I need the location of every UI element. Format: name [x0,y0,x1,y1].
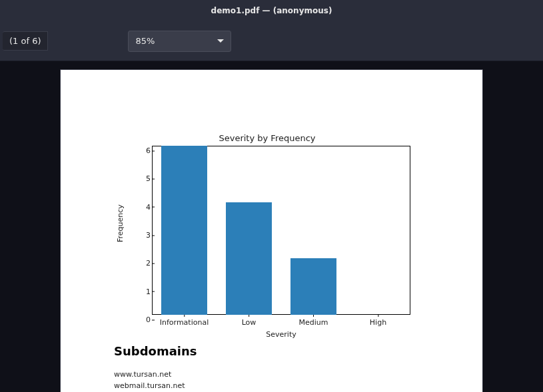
section-heading-subdomains: Subdomains [114,344,197,358]
chart-bar [226,202,272,315]
chart-ytick: 1 [124,287,151,295]
chart-xtick: High [370,318,386,327]
zoom-select[interactable]: 85% [128,31,231,52]
chevron-down-icon [217,39,224,43]
chart-title: Severity by Frequency [124,133,410,143]
subdomain-item: webmail.tursan.net [114,381,185,392]
chart-xtick: Informational [160,318,209,327]
chart-xtick: Medium [299,318,328,327]
subdomain-item: www.tursan.net [114,369,185,381]
chart-bar [161,146,208,315]
pdf-page: Severity by Frequency Frequency Severity… [60,69,483,392]
zoom-value: 85% [135,36,155,46]
chart-ytick: 3 [124,231,151,240]
chart-ytick: 0 [124,315,151,324]
window-title: demo1.pdf — (anonymous) [211,6,332,15]
chart-bar [290,258,337,315]
chart-ytick: 4 [124,202,151,211]
chart-ytick: 5 [124,174,151,183]
document-viewport[interactable]: Severity by Frequency Frequency Severity… [0,61,543,392]
chart-xlabel: Severity [152,330,410,339]
page-indicator-text: (1 of 6) [9,36,41,46]
chart: Severity by Frequency Frequency Severity… [124,133,410,339]
window-titlebar: demo1.pdf — (anonymous) [0,0,543,21]
page-indicator: (1 of 6) [3,31,48,51]
subdomain-list: www.tursan.netwebmail.tursan.net [114,369,185,391]
toolbar: (1 of 6) 85% [0,21,543,61]
chart-plot: Frequency Severity 0123456InformationalL… [124,146,410,339]
chart-xtick: Low [242,318,257,327]
chart-ylabel: Frequency [116,204,125,242]
chart-ytick: 6 [124,146,151,155]
chart-ytick: 2 [124,259,151,268]
